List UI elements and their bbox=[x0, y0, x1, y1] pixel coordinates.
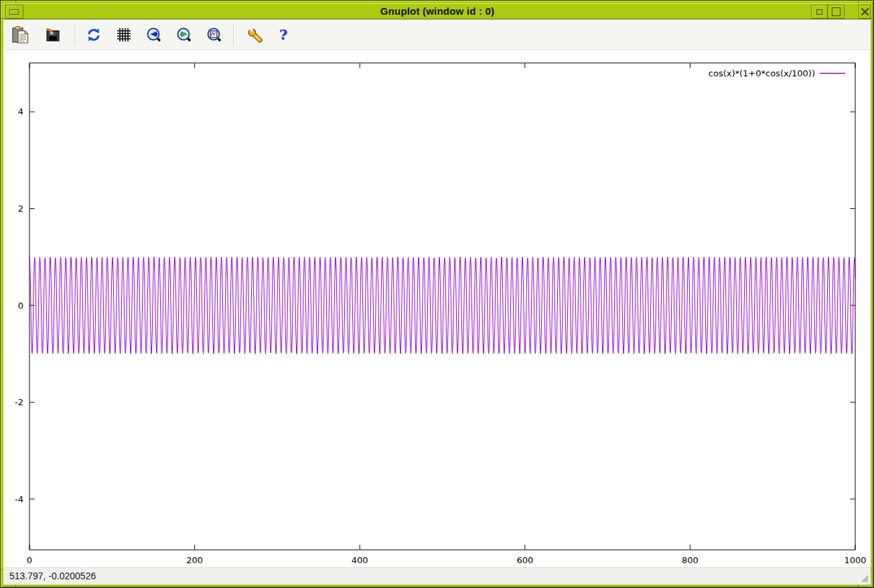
resize-grip[interactable] bbox=[859, 573, 869, 583]
statusbar: 513.797, -0.0200526 bbox=[3, 567, 871, 585]
x-tick-label: 600 bbox=[516, 555, 533, 565]
plot-canvas: 02004006008001000-4-2024cos(x)*(1+0*cos(… bbox=[3, 50, 871, 567]
help-button[interactable]: ? bbox=[270, 21, 297, 48]
y-tick-label: 0 bbox=[18, 301, 23, 311]
close-icon bbox=[861, 7, 869, 16]
frame-notch bbox=[871, 18, 873, 19]
maximize-icon bbox=[832, 7, 841, 16]
frame-notch bbox=[871, 569, 873, 570]
maximize-button[interactable] bbox=[828, 5, 845, 19]
grid-icon bbox=[117, 27, 131, 42]
replot-refresh-button[interactable] bbox=[80, 21, 107, 48]
zoom-next-icon bbox=[176, 27, 192, 43]
zoom-next-button[interactable] bbox=[171, 21, 198, 48]
function-curve bbox=[29, 257, 855, 354]
wrench-icon bbox=[246, 26, 264, 44]
legend-label: cos(x)*(1+0*cos(x/100)) bbox=[709, 68, 815, 78]
titlebar[interactable]: Gnuplot (window id : 0) bbox=[3, 3, 871, 19]
clipboard-copy-icon bbox=[11, 25, 31, 45]
frame-notch bbox=[15, 585, 16, 587]
toolbar-separator bbox=[74, 23, 75, 46]
x-tick-label: 400 bbox=[352, 555, 368, 565]
gnuplot-window: Gnuplot (window id : 0) bbox=[0, 0, 874, 588]
zoom-previous-button[interactable] bbox=[141, 21, 167, 48]
window-title: Gnuplot (window id : 0) bbox=[4, 5, 871, 17]
x-tick-label: 200 bbox=[186, 555, 203, 565]
save-floppy-icon bbox=[44, 26, 62, 44]
y-tick-label: 2 bbox=[18, 204, 23, 214]
y-tick-label: -4 bbox=[15, 494, 23, 504]
copy-to-clipboard-button[interactable] bbox=[7, 21, 34, 48]
settings-button[interactable] bbox=[242, 21, 269, 48]
x-tick-label: 1000 bbox=[844, 555, 866, 565]
cursor-coordinates: 513.797, -0.0200526 bbox=[9, 571, 96, 581]
zoom-fit-icon bbox=[206, 27, 222, 43]
minimize-icon bbox=[816, 9, 822, 15]
restore-autoscale-button[interactable] bbox=[201, 21, 228, 48]
frame-notch bbox=[858, 585, 859, 587]
export-save-button[interactable] bbox=[40, 21, 66, 48]
zoom-previous-icon bbox=[146, 27, 162, 43]
close-button[interactable] bbox=[859, 5, 871, 19]
y-tick-label: -2 bbox=[15, 397, 23, 407]
minimize-button[interactable] bbox=[811, 5, 828, 19]
refresh-icon bbox=[86, 27, 102, 43]
toolbar-separator bbox=[233, 23, 234, 46]
toggle-grid-button[interactable] bbox=[111, 21, 137, 48]
toolbar: ? bbox=[3, 19, 871, 50]
y-tick-label: 4 bbox=[18, 106, 23, 117]
help-icon: ? bbox=[279, 26, 287, 43]
x-tick-label: 800 bbox=[682, 555, 699, 565]
plot-area[interactable]: 02004006008001000-4-2024cos(x)*(1+0*cos(… bbox=[3, 50, 872, 569]
x-tick-label: 0 bbox=[27, 555, 32, 565]
